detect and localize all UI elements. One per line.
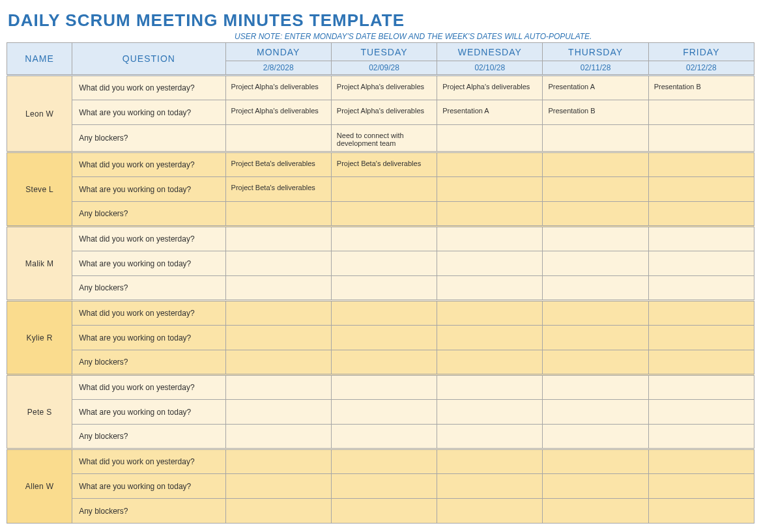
- answer-cell[interactable]: [437, 499, 543, 524]
- answer-cell[interactable]: Project Alpha's deliverables: [437, 76, 543, 100]
- answer-cell[interactable]: [648, 276, 754, 301]
- answer-cell[interactable]: [225, 227, 331, 251]
- answer-cell[interactable]: [225, 375, 331, 400]
- answer-cell[interactable]: [331, 375, 437, 400]
- answer-cell[interactable]: [331, 227, 437, 251]
- answer-cell[interactable]: [437, 449, 543, 474]
- answer-cell[interactable]: [648, 425, 754, 449]
- answer-cell[interactable]: Need to connect with development team: [331, 125, 437, 152]
- answer-cell[interactable]: [225, 326, 331, 350]
- answer-cell[interactable]: [437, 425, 543, 449]
- answer-cell[interactable]: [543, 202, 648, 227]
- answer-cell[interactable]: [648, 301, 754, 326]
- answer-cell[interactable]: [543, 227, 648, 251]
- answer-cell[interactable]: [225, 400, 331, 425]
- answer-cell[interactable]: [648, 499, 754, 524]
- person-name[interactable]: Allen W: [7, 449, 72, 524]
- answer-cell[interactable]: [331, 400, 437, 425]
- answer-cell[interactable]: [648, 125, 754, 152]
- answer-cell[interactable]: [225, 449, 331, 474]
- answer-cell[interactable]: [437, 350, 543, 375]
- answer-cell[interactable]: Presentation B: [543, 100, 648, 125]
- answer-cell[interactable]: [437, 474, 543, 499]
- answer-cell[interactable]: [543, 125, 648, 152]
- answer-cell[interactable]: [648, 474, 754, 499]
- answer-cell[interactable]: [437, 152, 543, 177]
- answer-cell[interactable]: [648, 100, 754, 125]
- answer-cell[interactable]: [648, 152, 754, 177]
- answer-cell[interactable]: [437, 202, 543, 227]
- answer-cell[interactable]: [648, 375, 754, 400]
- answer-cell[interactable]: [331, 177, 437, 202]
- answer-cell[interactable]: [648, 326, 754, 350]
- answer-cell[interactable]: [225, 350, 331, 375]
- person-name[interactable]: Steve L: [7, 152, 72, 227]
- answer-cell[interactable]: [331, 350, 437, 375]
- answer-cell[interactable]: [648, 202, 754, 227]
- answer-cell[interactable]: [331, 301, 437, 326]
- person-name[interactable]: Leon W: [7, 76, 72, 152]
- answer-cell[interactable]: [331, 276, 437, 301]
- answer-cell[interactable]: [437, 227, 543, 251]
- answer-cell[interactable]: Project Beta's deliverables: [225, 177, 331, 202]
- answer-cell[interactable]: [331, 251, 437, 276]
- answer-cell[interactable]: [543, 326, 648, 350]
- answer-cell[interactable]: Project Beta's deliverables: [331, 152, 437, 177]
- answer-cell[interactable]: [225, 499, 331, 524]
- answer-cell[interactable]: [331, 499, 437, 524]
- answer-cell[interactable]: [331, 474, 437, 499]
- person-name[interactable]: Malik M: [7, 227, 72, 301]
- answer-cell[interactable]: [225, 202, 331, 227]
- answer-cell[interactable]: [543, 177, 648, 202]
- header-date-monday[interactable]: 2/8/2028: [225, 61, 331, 76]
- answer-cell[interactable]: [648, 251, 754, 276]
- answer-cell[interactable]: [543, 499, 648, 524]
- answer-cell[interactable]: [437, 326, 543, 350]
- answer-cell[interactable]: [225, 125, 331, 152]
- answer-cell[interactable]: [437, 301, 543, 326]
- answer-cell[interactable]: [648, 400, 754, 425]
- answer-cell[interactable]: [225, 425, 331, 449]
- header-day-friday: FRIDAY: [648, 43, 754, 61]
- answer-cell[interactable]: [543, 251, 648, 276]
- answer-cell[interactable]: Project Alpha's deliverables: [225, 100, 331, 125]
- person-name[interactable]: Kylie R: [7, 301, 72, 375]
- answer-cell[interactable]: [437, 400, 543, 425]
- answer-cell[interactable]: [437, 251, 543, 276]
- answer-cell[interactable]: Presentation B: [648, 76, 754, 100]
- answer-cell[interactable]: Project Alpha's deliverables: [331, 76, 437, 100]
- answer-cell[interactable]: Project Beta's deliverables: [225, 152, 331, 177]
- answer-cell[interactable]: [331, 449, 437, 474]
- answer-cell[interactable]: [543, 301, 648, 326]
- answer-cell[interactable]: [225, 301, 331, 326]
- answer-cell[interactable]: [437, 375, 543, 400]
- answer-cell[interactable]: [543, 425, 648, 449]
- answer-cell[interactable]: [543, 449, 648, 474]
- question-label: What are you working on today?: [72, 100, 225, 125]
- answer-cell[interactable]: [543, 375, 648, 400]
- answer-cell[interactable]: Presentation A: [437, 100, 543, 125]
- answer-cell[interactable]: [225, 251, 331, 276]
- answer-cell[interactable]: [543, 474, 648, 499]
- answer-cell[interactable]: [437, 177, 543, 202]
- answer-cell[interactable]: Project Alpha's deliverables: [225, 76, 331, 100]
- answer-cell[interactable]: [543, 400, 648, 425]
- answer-cell[interactable]: [331, 326, 437, 350]
- answer-cell[interactable]: [648, 177, 754, 202]
- answer-cell[interactable]: [648, 350, 754, 375]
- answer-cell[interactable]: [437, 125, 543, 152]
- answer-cell[interactable]: [543, 276, 648, 301]
- question-label: What did you work on yesterday?: [72, 449, 225, 474]
- answer-cell[interactable]: [225, 276, 331, 301]
- answer-cell[interactable]: [648, 227, 754, 251]
- answer-cell[interactable]: Project Alpha's deliverables: [331, 100, 437, 125]
- answer-cell[interactable]: [331, 425, 437, 449]
- answer-cell[interactable]: [225, 474, 331, 499]
- answer-cell[interactable]: [437, 276, 543, 301]
- answer-cell[interactable]: [331, 202, 437, 227]
- answer-cell[interactable]: Presentation A: [543, 76, 648, 100]
- person-name[interactable]: Pete S: [7, 375, 72, 449]
- answer-cell[interactable]: [648, 449, 754, 474]
- answer-cell[interactable]: [543, 152, 648, 177]
- answer-cell[interactable]: [543, 350, 648, 375]
